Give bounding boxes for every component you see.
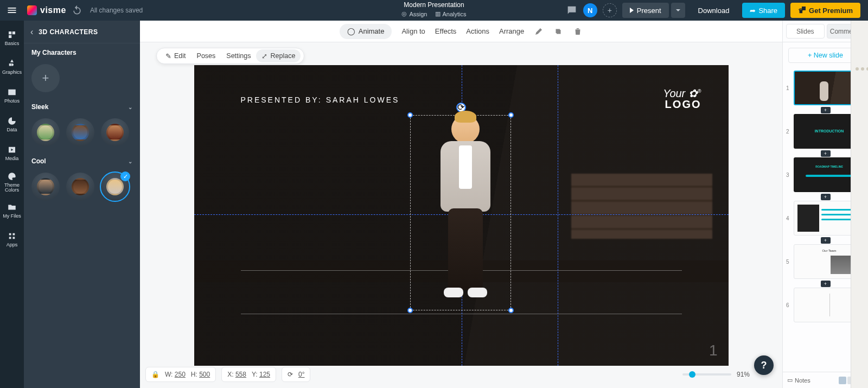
replace-button[interactable]: ⤢ Replace <box>256 49 301 62</box>
poses-button[interactable]: Poses <box>192 52 221 60</box>
view-grid-button[interactable] <box>839 377 846 384</box>
panel-title: 3D CHARACTERS <box>39 28 98 36</box>
animate-icon: ◯ <box>347 27 355 35</box>
nav-data[interactable]: Data <box>0 110 24 138</box>
brand[interactable]: visme <box>24 5 66 15</box>
slide-canvas[interactable]: PRESENTED BY: SARAH LOWES Your ✿® LOGO 1 <box>194 65 729 366</box>
page-number: 1 <box>709 342 718 359</box>
notes-button[interactable]: ▭ Notes <box>787 377 810 384</box>
character-sleek-3[interactable] <box>101 118 129 147</box>
character-sleek-2[interactable] <box>66 118 94 147</box>
topbar: visme All changes saved Modern Presentat… <box>0 0 868 21</box>
brand-name: visme <box>40 5 66 15</box>
add-collaborator-button[interactable]: + <box>603 3 617 17</box>
nav-basics[interactable]: Basics <box>0 24 24 52</box>
nav-my-files[interactable]: My Files <box>0 196 24 225</box>
status-bar: 🔒 W: 250 H: 500 X: 558 Y: 125 ⟳ 0° 91% <box>145 365 782 384</box>
nav-apps[interactable]: Apps <box>0 225 24 253</box>
chevron-down-icon <box>675 8 681 13</box>
duplicate-icon[interactable] <box>553 27 563 36</box>
actions-button[interactable]: Actions <box>466 27 489 35</box>
arrange-button[interactable]: Arrange <box>499 27 524 35</box>
back-button[interactable]: ‹ <box>30 27 33 37</box>
help-button[interactable]: ? <box>754 355 774 375</box>
rotate-icon: ⟳ <box>288 371 293 378</box>
premium-button[interactable]: Get Premium <box>790 3 860 18</box>
presented-by-text[interactable]: PRESENTED BY: SARAH LOWES <box>241 96 400 104</box>
canvas-area[interactable]: ✎ Edit Poses Settings ⤢ Replace PRESENTE… <box>140 42 782 388</box>
download-button[interactable]: Download <box>691 3 737 18</box>
brand-logo-icon <box>27 5 37 15</box>
insert-slide-button[interactable]: + <box>821 107 831 113</box>
character-cool-2[interactable] <box>66 173 94 201</box>
workspace: ◯Animate Align to Effects Actions Arrang… <box>140 21 782 388</box>
zoom-knob[interactable] <box>689 371 695 378</box>
user-avatar[interactable]: N <box>583 3 597 17</box>
doc-info: Modern Presentation ◎ Assign ▥ Analytics <box>401 1 466 17</box>
settings-button[interactable]: Settings <box>221 52 256 60</box>
chevron-down-icon: ⌄ <box>128 158 132 164</box>
position-readout[interactable]: X: 558 Y: 125 <box>221 367 276 382</box>
present-button[interactable]: Present <box>622 3 669 18</box>
nav-media[interactable]: Media <box>0 139 24 167</box>
insert-slide-button[interactable]: + <box>821 281 831 287</box>
character-cool-3-selected[interactable] <box>101 173 129 201</box>
resize-handle-ne[interactable] <box>508 112 514 118</box>
assign-button[interactable]: ◎ Assign <box>401 10 427 17</box>
nav-photos[interactable]: Photos <box>0 81 24 110</box>
share-button[interactable]: ➦ Share <box>742 3 785 18</box>
left-iconbar: Basics Graphics Photos Data Media Theme … <box>0 21 24 388</box>
rotation-readout[interactable]: ⟳ 0° <box>282 367 310 382</box>
nav-graphics[interactable]: Graphics <box>0 53 24 81</box>
adjacent-window-stub <box>851 21 868 388</box>
bg-books <box>571 174 712 239</box>
character-toolbar: ✎ Edit Poses Settings ⤢ Replace <box>156 48 304 64</box>
edit-button[interactable]: ✎ Edit <box>160 52 192 60</box>
tab-slides[interactable]: Slides <box>786 24 825 39</box>
present-dropdown[interactable] <box>671 3 685 18</box>
logo-placeholder[interactable]: Your ✿® LOGO <box>663 88 701 110</box>
character-sleek-1[interactable] <box>31 118 60 147</box>
insert-slide-button[interactable]: + <box>821 150 831 157</box>
insert-slide-button[interactable]: + <box>821 194 831 200</box>
lock-icon[interactable]: 🔒 <box>151 371 159 378</box>
doc-title[interactable]: Modern Presentation <box>401 1 466 9</box>
character-cool-1[interactable] <box>31 173 60 201</box>
group-cool-header[interactable]: Cool⌄ <box>31 157 132 165</box>
insert-slide-button[interactable]: + <box>821 237 831 244</box>
zoom-control[interactable]: 91% <box>682 371 750 378</box>
alignment-guide <box>558 65 558 366</box>
hamburger-icon <box>7 5 17 16</box>
crown-icon <box>798 7 806 14</box>
nav-theme-colors[interactable]: Theme Colors <box>0 168 24 196</box>
add-character-button[interactable]: + <box>31 64 60 92</box>
zoom-value: 91% <box>737 371 750 378</box>
effects-button[interactable]: Effects <box>435 27 457 35</box>
resize-handle-sw[interactable] <box>407 308 413 313</box>
undo-button[interactable] <box>72 5 82 16</box>
animate-button[interactable]: ◯Animate <box>340 24 392 39</box>
group-sleek-header[interactable]: Sleek⌄ <box>31 103 132 111</box>
chevron-down-icon: ⌄ <box>128 104 132 110</box>
object-toolbar: ◯Animate Align to Effects Actions Arrang… <box>140 21 782 42</box>
comments-icon[interactable] <box>566 4 578 16</box>
size-readout[interactable]: 🔒 W: 250 H: 500 <box>145 367 216 382</box>
menu-button[interactable] <box>0 0 24 21</box>
zoom-slider[interactable] <box>682 373 731 376</box>
align-button[interactable]: Align to <box>401 27 425 35</box>
resize-handle-se[interactable] <box>508 308 514 313</box>
my-characters-header: My Characters <box>31 49 132 56</box>
side-panel: ‹ 3D CHARACTERS My Characters + Sleek⌄ C… <box>24 21 140 388</box>
brush-icon[interactable] <box>534 27 544 36</box>
resize-handle-nw[interactable] <box>407 112 413 118</box>
character-figure[interactable] <box>433 115 498 305</box>
analytics-button[interactable]: ▥ Analytics <box>435 10 467 17</box>
trash-icon[interactable] <box>573 27 583 36</box>
save-status: All changes saved <box>90 7 143 14</box>
